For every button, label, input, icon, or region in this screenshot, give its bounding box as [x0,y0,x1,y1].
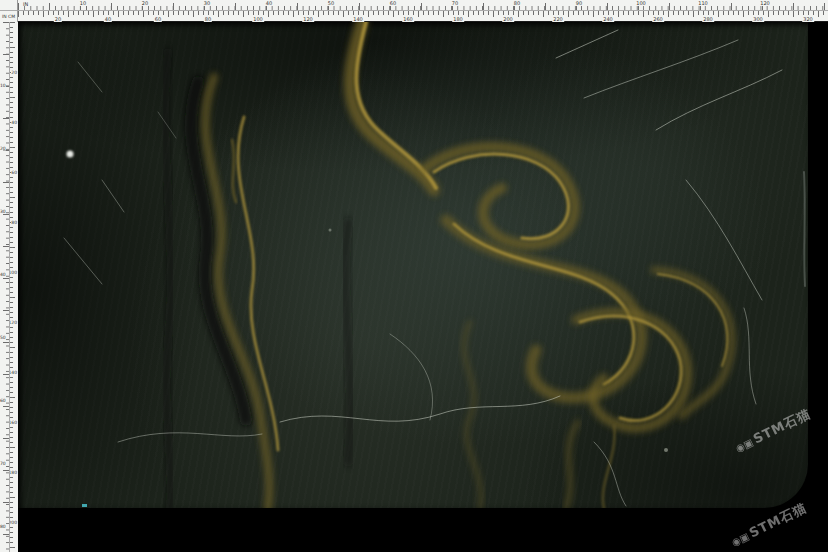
ruler-number: 300 [752,16,764,22]
horizontal-ruler-inches: IN 102030405060708090100110120 [18,0,828,11]
ruler-number: 20 [141,0,149,6]
ruler-number: 30 [203,0,211,6]
ruler-number: 40 [0,272,6,277]
marble-veins-graphic [18,22,808,508]
ruler-number: 60 [154,16,162,22]
ruler-number: 180 [9,470,17,475]
ruler-number: 80 [0,524,6,529]
vertical-ruler: 1020304050607080 20406080100120140160180… [0,22,18,552]
ruler-number: 80 [11,220,17,225]
ruler-number: 120 [9,320,17,325]
ruler-number: 160 [402,16,414,22]
vertical-ruler-centimeters: 20406080100120140160180200 [9,22,18,552]
ruler-number: 60 [11,170,17,175]
ruler-number: 120 [759,0,771,6]
ruler-number: 320 [802,16,814,22]
inch-unit-label: IN [23,1,28,7]
ruler-corner-top [0,0,17,11]
ruler-number: 80 [513,0,521,6]
ruler-number: 180 [452,16,464,22]
ruler-number: 40 [11,120,17,125]
ruler-number: 20 [0,146,6,151]
ruler-number: 140 [9,370,17,375]
ruler-number: 200 [502,16,514,22]
ruler-number: 50 [0,335,6,340]
stm-logo-icon: ◉▣ [730,531,751,549]
ruler-number: 30 [0,209,6,214]
ruler-number: 90 [575,0,583,6]
ruler-number: 70 [451,0,459,6]
horizontal-ruler-centimeters: 2040608010012014016018020022024026028030… [18,11,828,22]
ruler-number: 160 [9,420,17,425]
ruler-number: 140 [352,16,364,22]
ruler-number: 60 [389,0,397,6]
ruler-number: 100 [635,0,647,6]
vertical-ruler-inches: 1020304050607080 [0,22,9,552]
ruler-number: 10 [79,0,87,6]
ruler-number: 280 [702,16,714,22]
ruler-number: 260 [652,16,664,22]
ruler-number: 70 [0,461,6,466]
ruler-number: 110 [697,0,709,6]
ruler-number: 100 [252,16,264,22]
ruler-corner-unit-label: IN CM [0,11,17,22]
scan-viewport: ◉▣STM石猫 ◉▣STM石猫 [18,22,828,552]
horizontal-ruler: IN 102030405060708090100110120 204060801… [18,0,828,22]
ruler-corner: IN CM [0,0,18,22]
ruler-number: 120 [302,16,314,22]
ruler-number: 80 [204,16,212,22]
slab-viewer-screen: IN CM IN 102030405060708090100110120 204… [0,0,828,552]
ruler-number: 220 [552,16,564,22]
slab-image [18,22,808,508]
ruler-number: 200 [9,520,17,525]
ruler-number: 20 [54,16,62,22]
ruler-number: 60 [0,398,6,403]
ruler-number: 10 [0,83,6,88]
ruler-number: 50 [327,0,335,6]
ruler-number: 40 [104,16,112,22]
ruler-number: 240 [602,16,614,22]
ruler-number: 100 [9,270,17,275]
ruler-number: 40 [265,0,273,6]
ruler-number: 20 [11,70,17,75]
